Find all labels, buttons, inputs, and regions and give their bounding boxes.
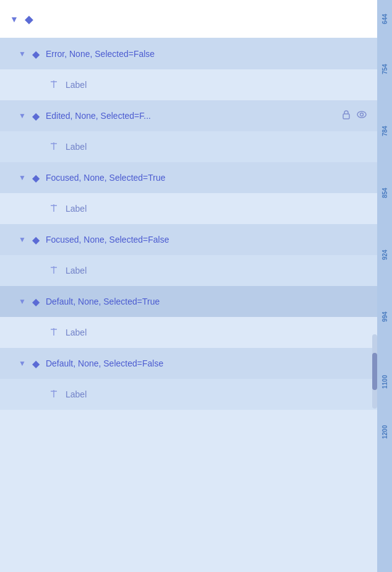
child-row-edited-none-false: Label [0,131,377,162]
group-row-default-none-true[interactable]: ▼◆Default, None, Selected=True [0,286,377,317]
ruler-mark-784: 784 [377,100,392,162]
child-row-focused-none-false: Label [0,255,377,286]
group-chevron-icon[interactable]: ▼ [19,235,26,244]
group-row-default-none-false[interactable]: ▼◆Default, None, Selected=False [0,348,377,379]
group-row-focused-none-true[interactable]: ▼◆Focused, None, Selected=True [0,162,377,193]
group-label-error-none-false: Error, None, Selected=False [46,49,367,59]
group-label-default-none-false: Default, None, Selected=False [46,358,367,368]
group-diamond-icon: ◆ [32,110,40,122]
group-chevron-icon[interactable]: ▼ [19,111,26,120]
group-label-edited-none-false: Edited, None, Selected=F... [46,111,341,121]
child-row-default-none-true: Label [0,317,377,348]
group-chevron-icon[interactable]: ▼ [19,50,26,58]
group-diamond-icon: ◆ [32,234,40,246]
child-row-focused-none-true: Label [0,193,377,224]
ruler-mark-1100: 1100 [377,348,392,416]
group-diamond-icon: ◆ [32,296,40,308]
group-row-error-none-false[interactable]: ▼◆Error, None, Selected=False [0,38,377,69]
group-label-focused-none-false: Focused, None, Selected=False [46,235,367,245]
text-type-icon [49,389,58,401]
group-chevron-icon[interactable]: ▼ [19,173,26,182]
text-type-icon [49,327,58,339]
child-label-focused-none-false: Label [66,266,87,275]
ruler-panel: 64475478485492499411001200 [377,0,392,572]
group-row-edited-none-false[interactable]: ▼◆Edited, None, Selected=F... [0,100,377,131]
child-row-error-none-false: Label [0,69,377,100]
group-row-focused-none-false[interactable]: ▼◆Focused, None, Selected=False [0,224,377,255]
lock-icon[interactable] [341,110,351,122]
tree-panel: ▼ ◆ ▼◆Error, None, Selected=False Label▼… [0,0,377,572]
child-label-focused-none-true: Label [66,204,87,214]
group-action-icons [341,110,367,122]
svg-point-3 [357,111,366,118]
groups-container: ▼◆Error, None, Selected=False Label▼◆Edi… [0,38,377,410]
child-row-default-none-false: Label [0,379,377,410]
group-diamond-icon: ◆ [32,48,40,60]
header-row: ▼ ◆ [0,0,377,38]
ruler-mark-854: 854 [377,162,392,224]
child-label-default-none-true: Label [66,327,87,337]
group-diamond-icon: ◆ [32,358,40,370]
ruler-mark-1200: 1200 [377,416,392,448]
group-diamond-icon: ◆ [32,172,40,184]
group-chevron-icon[interactable]: ▼ [19,359,26,368]
header-diamond-icon: ◆ [25,12,33,26]
svg-point-4 [360,113,364,116]
ruler-mark-994: 994 [377,286,392,348]
text-type-icon [49,79,58,91]
main-container: ▼ ◆ ▼◆Error, None, Selected=False Label▼… [0,0,392,572]
text-type-icon [49,265,58,277]
scrollbar-thumb[interactable] [372,353,377,390]
group-label-default-none-true: Default, None, Selected=True [46,297,367,306]
header-chevron-icon[interactable]: ▼ [10,14,19,24]
scrollbar-track[interactable] [372,334,377,409]
group-chevron-icon[interactable]: ▼ [19,297,26,306]
ruler-mark-924: 924 [377,224,392,286]
child-label-default-none-false: Label [66,389,87,399]
ruler-mark-754: 754 [377,38,392,100]
child-label-error-none-false: Label [66,80,87,90]
group-label-focused-none-true: Focused, None, Selected=True [46,173,367,183]
svg-rect-2 [343,114,349,119]
eye-icon[interactable] [356,110,367,122]
text-type-icon [49,141,58,153]
child-label-edited-none-false: Label [66,142,87,152]
text-type-icon [49,203,58,215]
ruler-mark-644: 644 [377,0,392,38]
